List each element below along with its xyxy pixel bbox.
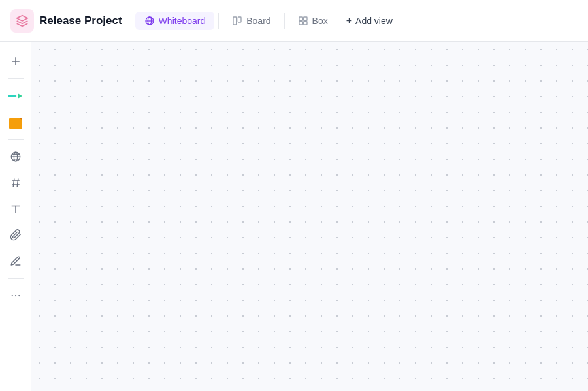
svg-point-28	[18, 295, 20, 296]
tab-whiteboard[interactable]: Whiteboard	[135, 12, 215, 30]
nav-tabs: Whiteboard Board	[135, 11, 400, 31]
add-view-label: Add view	[355, 16, 393, 26]
tab-board[interactable]: Board	[223, 12, 280, 30]
sidebar	[0, 42, 31, 391]
tab-box[interactable]: Box	[289, 12, 337, 30]
more-tool-button[interactable]	[4, 284, 27, 307]
hashtag-tool-button[interactable]	[4, 171, 27, 195]
add-tool-button[interactable]	[4, 50, 27, 73]
nav-divider-2	[284, 13, 285, 29]
draw-tool-button[interactable]	[4, 249, 27, 273]
globe-tool-button[interactable]	[4, 145, 27, 168]
sidebar-divider-1	[8, 78, 24, 79]
svg-rect-4	[238, 17, 242, 22]
svg-marker-12	[18, 93, 22, 99]
attach-tool-button[interactable]	[4, 223, 27, 247]
svg-rect-3	[233, 17, 237, 25]
sticky-tool-button[interactable]	[4, 110, 27, 134]
svg-rect-5	[299, 17, 302, 20]
sidebar-divider-2	[8, 139, 24, 140]
svg-rect-8	[303, 21, 306, 24]
project-title: Release Project	[39, 14, 122, 27]
svg-point-27	[14, 295, 16, 296]
add-view-plus-icon: +	[346, 15, 352, 27]
svg-rect-6	[303, 17, 306, 20]
svg-line-23	[17, 179, 18, 187]
sidebar-divider-3	[8, 278, 24, 279]
add-view-button[interactable]: + Add view	[338, 11, 400, 31]
whiteboard-canvas[interactable]	[31, 42, 588, 391]
tab-box-label: Box	[312, 16, 328, 26]
tab-board-label: Board	[246, 16, 270, 26]
nav-divider-1	[218, 13, 219, 29]
main-layout	[0, 42, 588, 391]
svg-point-26	[11, 295, 12, 296]
tab-whiteboard-label: Whiteboard	[159, 16, 206, 26]
app-header: Release Project Whiteboard Boa	[0, 0, 588, 42]
board-icon	[232, 16, 242, 26]
svg-rect-13	[9, 118, 22, 129]
project-icon	[10, 9, 34, 33]
svg-rect-7	[299, 21, 302, 24]
box-icon	[298, 16, 308, 26]
cursor-tool-button[interactable]	[4, 84, 27, 108]
svg-line-22	[13, 179, 14, 187]
text-tool-button[interactable]	[4, 197, 27, 221]
whiteboard-icon	[144, 16, 155, 26]
